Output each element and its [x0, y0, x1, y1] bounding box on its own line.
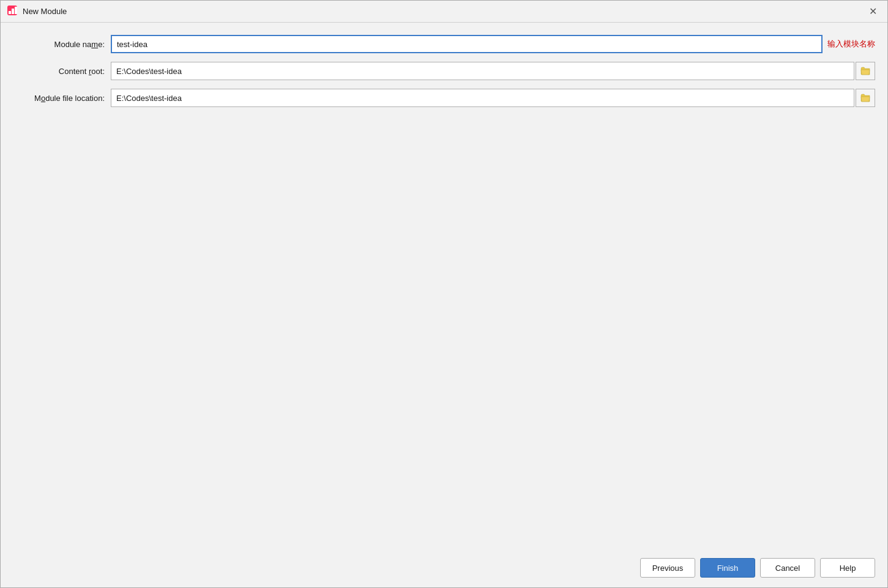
svg-rect-1	[9, 11, 11, 14]
module-name-input[interactable]	[111, 35, 823, 53]
cancel-button[interactable]: Cancel	[760, 558, 815, 578]
dialog-form: Module name: 输入模块名称 Content root:	[1, 23, 887, 292]
finish-button[interactable]: Finish	[700, 558, 755, 578]
svg-rect-3	[15, 7, 17, 14]
content-root-row: Content root:	[13, 62, 875, 80]
help-button[interactable]: Help	[820, 558, 875, 578]
module-file-location-input-wrapper	[111, 89, 875, 107]
title-bar: New Module ✕	[1, 1, 887, 23]
content-root-input[interactable]	[111, 62, 854, 80]
svg-rect-2	[12, 9, 14, 14]
close-button[interactable]: ✕	[864, 3, 881, 20]
new-module-dialog: New Module ✕ Module name: 输入模块名称 Content…	[0, 0, 888, 588]
previous-button[interactable]: Previous	[640, 558, 695, 578]
module-file-location-label: Module file location:	[13, 94, 105, 103]
content-root-browse-button[interactable]	[856, 62, 875, 80]
module-file-location-browse-button[interactable]	[856, 89, 875, 107]
module-name-label: Module name:	[13, 40, 105, 49]
module-name-row: Module name: 输入模块名称	[13, 35, 875, 53]
module-name-input-wrapper: 输入模块名称	[111, 35, 875, 53]
module-name-hint: 输入模块名称	[827, 39, 875, 50]
folder-icon	[860, 67, 870, 75]
dialog-footer: Previous Finish Cancel Help	[1, 548, 887, 587]
dialog-title: New Module	[23, 7, 859, 16]
main-area	[1, 292, 887, 549]
app-icon	[7, 5, 18, 18]
module-file-location-row: Module file location:	[13, 89, 875, 107]
module-file-location-input[interactable]	[111, 89, 854, 107]
content-root-label: Content root:	[13, 67, 105, 76]
content-root-input-wrapper	[111, 62, 875, 80]
folder-icon	[860, 94, 870, 102]
